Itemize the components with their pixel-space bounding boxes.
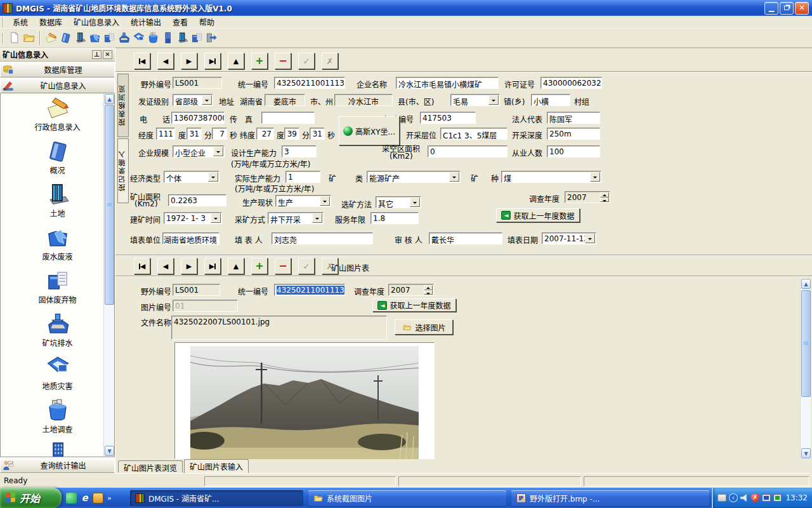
filler-input[interactable]: 刘志尧: [272, 232, 373, 244]
field-code-input[interactable]: LS001: [173, 77, 222, 89]
scroll-down-icon[interactable]: ▼: [801, 448, 811, 458]
chevron-down-icon[interactable]: [410, 197, 420, 207]
sidebar-item-waste-water[interactable]: 废水废液: [7, 225, 108, 262]
sidebar-item-partial[interactable]: [7, 441, 108, 457]
nav-next-button[interactable]: ▶: [181, 53, 197, 69]
nav-last-button[interactable]: ▶: [204, 53, 221, 69]
lon-deg-input[interactable]: 111: [156, 128, 175, 140]
pic-unified-code-input[interactable]: 43250211001113: [274, 284, 345, 296]
network-icon[interactable]: [762, 494, 771, 502]
tab-picture-entry[interactable]: 矿山图片表输入: [184, 459, 249, 473]
picture-panel-scrollbar[interactable]: ▲ ▼: [800, 278, 811, 459]
overview-icon[interactable]: [59, 31, 72, 44]
production-status-select[interactable]: 生产: [275, 195, 331, 207]
pic-nav-first-button[interactable]: ◀: [134, 258, 150, 274]
chevron-down-icon[interactable]: [585, 234, 595, 243]
survey-year-spinner[interactable]: 2007: [565, 191, 610, 203]
minimize-button[interactable]: ▁: [764, 2, 778, 15]
file-name-input[interactable]: 4325022007LS00101.jpg: [171, 316, 387, 340]
taskbar-task-folder[interactable]: 系统截图图片: [308, 490, 506, 506]
lon-sec-input[interactable]: 7: [212, 128, 227, 140]
nav-cancel-button[interactable]: ✗: [322, 53, 338, 69]
pic-nav-last-button[interactable]: ▶: [204, 258, 221, 274]
chevron-down-icon[interactable]: [320, 196, 330, 206]
service-years-input[interactable]: 1.8: [370, 212, 419, 224]
fetch-previous-year-button[interactable]: ◄获取上一年度数据: [496, 208, 580, 222]
enterprise-scale-select[interactable]: 小型企业: [173, 145, 225, 157]
taskbar-task-bmp[interactable]: 野外版打开.bmp -...: [511, 490, 709, 506]
sidebar-item-land-survey[interactable]: 土地调查: [7, 398, 108, 435]
menu-statistics-output[interactable]: 统计输出: [125, 15, 167, 29]
sidebar-item-solid-waste[interactable]: 固体废弃物: [7, 269, 108, 305]
postcode-input[interactable]: 417503: [420, 112, 476, 124]
mine-area-input[interactable]: 0.2263: [168, 194, 226, 206]
close-button[interactable]: ✕: [795, 2, 809, 15]
menu-database[interactable]: 数据库: [34, 15, 68, 29]
beneficiation-select[interactable]: 其它: [376, 196, 421, 208]
pic-field-code-input[interactable]: LS001: [173, 284, 220, 296]
fill-unit-input[interactable]: 湖南省地质环境: [162, 232, 219, 244]
spin-down-icon[interactable]: [600, 197, 609, 203]
fax-input[interactable]: [261, 112, 315, 124]
keyboard-icon[interactable]: [717, 494, 726, 502]
sidebar-item-mine-drainage[interactable]: 矿坑排水: [7, 312, 108, 349]
mining-layer-input[interactable]: C1c1 3、5煤层: [440, 128, 508, 140]
mining-depth-input[interactable]: 250m: [547, 128, 600, 140]
sidebar-item-overview[interactable]: 概况: [7, 139, 108, 176]
lat-min-input[interactable]: 39: [284, 128, 299, 140]
sidebar-item-admin-entry[interactable]: 行政信息录入: [7, 96, 108, 133]
speaker-icon[interactable]: [740, 494, 749, 502]
mining-method-select[interactable]: 井下开采: [268, 212, 324, 224]
city-input[interactable]: 娄底市: [265, 94, 305, 106]
chevron-down-icon[interactable]: [449, 172, 459, 182]
chevron-down-icon[interactable]: [488, 95, 499, 105]
nav-delete-button[interactable]: −: [275, 53, 291, 69]
scroll-thumb[interactable]: [105, 105, 114, 305]
chevron-down-icon[interactable]: [211, 213, 221, 223]
pic-fetch-previous-year-button[interactable]: ◄获取上一年度数据: [372, 298, 456, 312]
chevron-down-icon[interactable]: [590, 172, 600, 182]
gauss-xy-button[interactable]: 高斯XY坐...: [339, 116, 400, 145]
spin-down-icon[interactable]: [424, 290, 433, 295]
sidebar-group-query-output[interactable]: 查询统计输出: [0, 457, 115, 473]
mine-kind-select[interactable]: 煤: [501, 171, 601, 183]
exit-icon[interactable]: [205, 31, 218, 44]
building-tall-icon[interactable]: [161, 31, 174, 44]
sidebar-group-mine-entry[interactable]: 矿山信息录入: [0, 77, 115, 93]
mail-icon[interactable]: [93, 493, 103, 504]
security-shield-icon[interactable]: ✗: [751, 493, 759, 502]
county-select[interactable]: 毛易: [450, 94, 500, 106]
nav-post-button[interactable]: ✓: [298, 53, 315, 69]
menu-system[interactable]: 系统: [7, 15, 34, 29]
geo-hazard-icon[interactable]: [132, 31, 145, 44]
license-level-select[interactable]: 省部级: [173, 94, 213, 106]
nav-first-button[interactable]: ◀: [134, 53, 150, 69]
lat-deg-input[interactable]: 27: [256, 128, 274, 140]
chevron-down-icon[interactable]: [213, 147, 223, 156]
economy-type-select[interactable]: 个体: [164, 171, 219, 183]
lon-min-input[interactable]: 31: [187, 128, 202, 140]
sidebar-item-land[interactable]: 土地: [7, 182, 108, 219]
choose-image-button[interactable]: 选择图片: [395, 319, 453, 335]
menu-view[interactable]: 查看: [167, 15, 193, 29]
open-folder-icon[interactable]: [22, 31, 36, 44]
scroll-down-icon[interactable]: ▼: [105, 446, 114, 456]
design-capacity-input[interactable]: 3: [282, 145, 317, 157]
city-state-input[interactable]: 冷水江市: [334, 94, 393, 106]
updates-icon[interactable]: [773, 494, 782, 502]
waste-water-icon[interactable]: [88, 31, 102, 44]
menu-help[interactable]: 帮助: [193, 15, 220, 29]
nav-up-button[interactable]: ▲: [228, 53, 244, 69]
chevron-down-icon[interactable]: [312, 213, 322, 223]
pic-nav-insert-button[interactable]: +: [251, 258, 268, 274]
spin-up-icon[interactable]: [600, 192, 609, 197]
start-button[interactable]: 开始: [0, 488, 62, 508]
pic-nav-prior-button[interactable]: ◀: [157, 258, 174, 274]
unified-code-input[interactable]: 43250211001113: [274, 77, 345, 89]
chevron-down-icon[interactable]: [208, 172, 218, 182]
tab-picture-browse[interactable]: 矿山图片表浏览: [118, 460, 183, 472]
sidebar-item-geo-hazard[interactable]: 地质灾害: [7, 355, 108, 392]
new-document-icon[interactable]: [8, 31, 21, 44]
license-no-input[interactable]: 4300000620321: [540, 77, 602, 89]
employees-input[interactable]: 100: [547, 145, 600, 157]
